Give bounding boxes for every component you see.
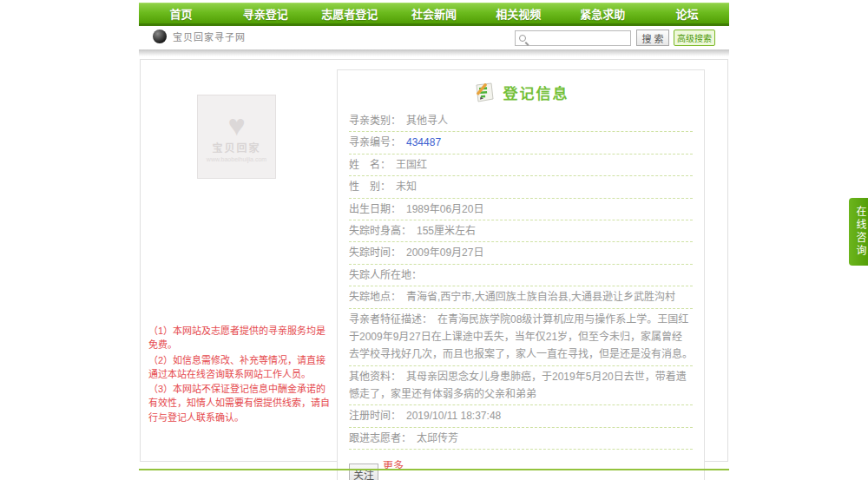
- info-row: 寻亲编号：434487: [349, 132, 693, 154]
- info-value: 434487: [406, 136, 441, 148]
- nav-item-forum[interactable]: 论坛: [645, 3, 729, 23]
- info-label: 失踪时间：: [349, 247, 401, 259]
- registration-form-icon: [473, 82, 496, 103]
- info-value: 青海省,西宁市,大通回族土族自治县,大通县逊让乡武胜沟村: [406, 291, 675, 303]
- info-row: 寻亲类别：其他寻人: [349, 110, 693, 132]
- info-value: 其他寻人: [406, 115, 448, 127]
- panel-title: 登记信息: [503, 82, 569, 103]
- info-label: 失踪人所在地：: [349, 269, 422, 281]
- notice-text: （1）本网站及志愿者提供的寻亲服务均是免费。: [148, 324, 331, 352]
- info-row: 失踪人所在地：: [349, 265, 693, 286]
- page: 首页寻亲登记志愿者登记社会新闻相关视频紧急求助论坛 宝贝回家寻子网 搜 索 高级…: [0, 0, 868, 480]
- info-row: 寻亲者特征描述：在青海民族学院08级计算机应用与操作系上学。王国红于2009年9…: [349, 309, 693, 366]
- heart-watermark-icon: ♥: [227, 112, 245, 138]
- panel-title-row: 登记信息: [349, 82, 693, 103]
- search-button[interactable]: 搜 索: [636, 30, 669, 46]
- search-area: 搜 索 高级搜索: [515, 30, 715, 46]
- site-logo-icon: [153, 30, 167, 43]
- info-row: 其他资料：其母亲因思念女儿身患肺癌，于2019年5月20日去世，带着遗憾走了，家…: [349, 366, 693, 406]
- site-notices: （1）本网站及志愿者提供的寻亲服务均是免费。（2）如信息需修改、补充等情况，请直…: [148, 324, 331, 425]
- notice-text: （3）本网站不保证登记信息中酬金承诺的有效性，知情人如需要有偿提供线索，请自行与…: [148, 382, 331, 424]
- info-label: 失踪时身高：: [349, 225, 411, 237]
- nav-item-family-search-register[interactable]: 寻亲登记: [223, 3, 307, 23]
- info-label: 寻亲者特征描述：: [349, 313, 432, 325]
- info-value: 王国红: [396, 159, 427, 171]
- info-value: 1989年06月20日: [406, 203, 483, 215]
- info-value: 太邱传芳: [417, 432, 458, 444]
- photo-watermark-url: www.baobeihuijia.com: [207, 156, 266, 162]
- info-row: 跟进志愿者：太邱传芳: [349, 428, 693, 450]
- search-box: [515, 30, 631, 46]
- info-row: 姓 名：王国红: [349, 155, 693, 176]
- info-value: 2009年09月27日: [406, 247, 483, 259]
- search-input[interactable]: [531, 31, 628, 45]
- info-label: 跟进志愿者：: [349, 432, 411, 444]
- site-logo[interactable]: 宝贝回家寻子网: [153, 30, 246, 43]
- info-row: 注册时间：2019/10/11 18:37:48: [349, 405, 693, 427]
- info-label: 出生日期：: [349, 203, 401, 215]
- nav-item-related-videos[interactable]: 相关视频: [477, 3, 561, 23]
- info-label: 姓 名：: [349, 159, 391, 171]
- header-bar: 宝贝回家寻子网 搜 索 高级搜索: [139, 29, 729, 49]
- info-row: 失踪地点：青海省,西宁市,大通回族土族自治县,大通县逊让乡武胜沟村: [349, 286, 693, 308]
- info-rows: 寻亲类别：其他寻人寻亲编号：434487姓 名：王国红性 别：未知出生日期：19…: [349, 110, 693, 450]
- footer-divider: [139, 469, 729, 470]
- online-consult-tab[interactable]: 在线咨询: [849, 198, 868, 266]
- photo-watermark-title: 宝贝回家: [212, 140, 260, 155]
- follow-button[interactable]: 关注: [349, 464, 378, 480]
- header-shadow-divider: [139, 49, 729, 56]
- info-value: 2019/10/11 18:37:48: [406, 410, 501, 422]
- info-label: 注册时间：: [349, 410, 401, 422]
- info-label: 其他资料：: [349, 371, 401, 383]
- info-label: 失踪地点：: [349, 291, 401, 303]
- notice-text: （2）如信息需修改、补充等情况，请直接通过本站在线咨询联系网站工作人员。: [148, 353, 331, 382]
- info-value: 155厘米左右: [417, 225, 476, 237]
- info-value: 未知: [396, 181, 417, 193]
- site-name: 宝贝回家寻子网: [173, 30, 246, 43]
- info-row: 失踪时间：2009年09月27日: [349, 242, 693, 264]
- missing-person-photo-placeholder: ♥ 宝贝回家 www.baobeihuijia.com: [197, 95, 276, 179]
- info-row: 出生日期：1989年06月20日: [349, 199, 693, 220]
- nav-item-home[interactable]: 首页: [139, 3, 223, 23]
- info-row: 性 别：未知: [349, 176, 693, 198]
- advanced-search-button[interactable]: 高级搜索: [674, 30, 715, 46]
- info-label: 寻亲类别：: [349, 115, 401, 127]
- nav-item-social-news[interactable]: 社会新闻: [391, 3, 476, 23]
- info-label: 性 别：: [349, 181, 391, 193]
- nav-item-volunteer-register[interactable]: 志愿者登记: [307, 3, 391, 23]
- registration-info-panel: 登记信息 寻亲类别：其他寻人寻亲编号：434487姓 名：王国红性 别：未知出生…: [337, 69, 705, 480]
- info-row: 失踪时身高：155厘米左右: [349, 220, 693, 242]
- main-content-box: ♥ 宝贝回家 www.baobeihuijia.com （1）本网站及志愿者提供…: [140, 59, 728, 462]
- nav-item-emergency-help[interactable]: 紧急求助: [561, 3, 645, 23]
- info-label: 寻亲编号：: [349, 136, 401, 148]
- search-icon: [519, 35, 526, 42]
- main-navigation: 首页寻亲登记志愿者登记社会新闻相关视频紧急求助论坛: [139, 3, 729, 26]
